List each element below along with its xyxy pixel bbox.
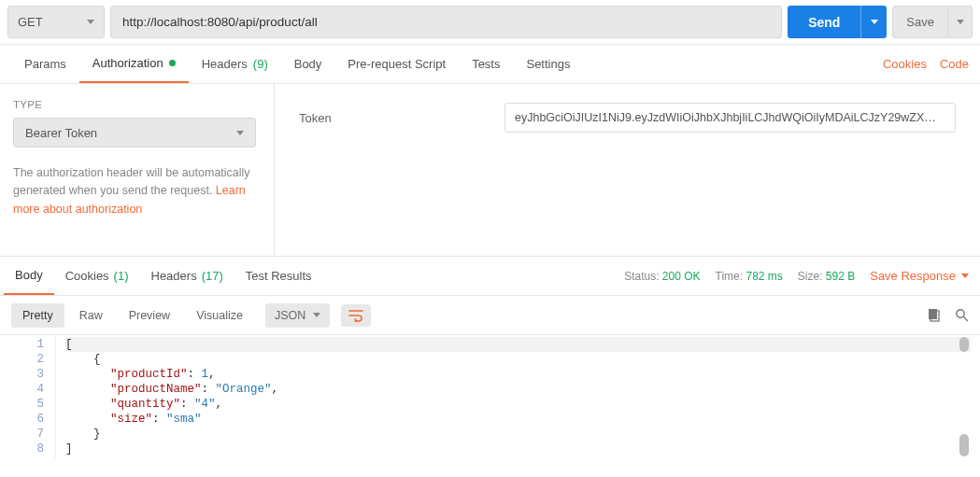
tab-params[interactable]: Params	[11, 45, 79, 83]
wrap-lines-button[interactable]	[341, 304, 371, 327]
code-token: }	[65, 428, 101, 441]
time-value: 782 ms	[746, 270, 782, 283]
tab-authorization-label: Authorization	[92, 56, 163, 70]
size-label: Size:	[798, 270, 823, 283]
auth-help-text: The authorization header will be automat…	[13, 164, 261, 218]
time-label: Time:	[716, 270, 744, 283]
tab-params-label: Params	[24, 57, 66, 71]
save-response-label: Save Response	[870, 269, 956, 283]
line-number: 4	[0, 382, 44, 397]
tab-response-cookies[interactable]: Cookies (1)	[54, 257, 140, 295]
code-token: {	[65, 353, 101, 366]
line-number: 8	[0, 442, 44, 456]
response-body-viewer: 1 2 3 4 5 6 7 8 [ { "productId": 1, "pro…	[0, 335, 980, 458]
chevron-down-icon	[871, 20, 878, 24]
chevron-down-icon	[87, 20, 94, 24]
auth-active-dot-icon	[169, 60, 176, 66]
line-number: 1	[0, 337, 44, 352]
send-dropdown[interactable]	[860, 6, 887, 38]
auth-fields-column: Token	[275, 84, 980, 256]
code-token: "quantity"	[110, 398, 180, 411]
wrap-icon	[348, 309, 363, 322]
token-input[interactable]	[504, 103, 956, 133]
code-token: "size"	[110, 413, 152, 426]
code-token: [	[65, 338, 73, 351]
http-method-select[interactable]: GET	[7, 6, 105, 38]
view-raw-button[interactable]: Raw	[68, 303, 114, 328]
url-input[interactable]	[110, 6, 782, 38]
chevron-down-icon	[957, 20, 964, 24]
chevron-down-icon	[236, 131, 244, 135]
svg-line-3	[963, 316, 968, 321]
response-format-bar: Pretty Raw Preview Visualize JSON	[0, 296, 980, 335]
authorization-panel: TYPE Bearer Token The authorization head…	[0, 84, 980, 257]
tab-test-results-label: Test Results	[246, 269, 312, 283]
token-label: Token	[299, 111, 486, 125]
tab-pre-request[interactable]: Pre-request Script	[334, 45, 459, 83]
code-token: "sma"	[166, 413, 202, 426]
request-tabs: Params Authorization Headers (9) Body Pr…	[0, 45, 980, 84]
view-preview-button[interactable]: Preview	[118, 303, 181, 328]
line-number: 6	[0, 412, 44, 427]
svg-point-2	[957, 310, 964, 317]
code-token: "4"	[194, 398, 216, 411]
response-tabs: Body Cookies (1) Headers (17) Test Resul…	[0, 257, 980, 296]
copy-icon	[928, 308, 942, 322]
send-button[interactable]: Send	[788, 6, 860, 38]
tab-settings[interactable]: Settings	[513, 45, 583, 83]
status-label: Status:	[624, 270, 659, 283]
search-icon	[955, 308, 969, 322]
tab-response-cookies-count: (1)	[114, 269, 129, 283]
tab-headers-count: (9)	[253, 57, 268, 71]
code-token: "productName"	[110, 383, 202, 396]
auth-type-value: Bearer Token	[25, 126, 97, 140]
tab-body[interactable]: Body	[281, 45, 335, 83]
tab-tests-label: Tests	[472, 57, 500, 71]
copy-response-button[interactable]	[928, 308, 942, 322]
code-token: "Orange"	[216, 383, 272, 396]
scrollbar-thumb[interactable]	[959, 434, 969, 456]
code-token: "productId"	[110, 368, 188, 381]
save-button[interactable]: Save	[892, 6, 948, 38]
http-method-value: GET	[18, 15, 43, 29]
scrollbar-thumb[interactable]	[959, 337, 969, 352]
chevron-down-icon	[313, 313, 320, 317]
auth-type-heading: TYPE	[13, 99, 261, 110]
tab-authorization[interactable]: Authorization	[79, 45, 189, 83]
tab-response-headers-count: (17)	[202, 269, 223, 283]
chevron-down-icon	[961, 274, 969, 278]
tab-response-body-label: Body	[15, 268, 43, 282]
response-language-select[interactable]: JSON	[265, 303, 330, 328]
status-value: 200 OK	[662, 270, 701, 283]
code-token: ]	[65, 442, 73, 456]
line-number: 5	[0, 397, 44, 412]
request-bar: GET Send Save	[0, 0, 980, 45]
search-response-button[interactable]	[955, 308, 969, 322]
tab-response-cookies-label: Cookies	[65, 269, 109, 283]
code-link[interactable]: Code	[940, 57, 969, 71]
save-response-button[interactable]: Save Response	[870, 269, 969, 283]
tab-pre-request-label: Pre-request Script	[348, 57, 446, 71]
svg-rect-1	[929, 309, 937, 319]
view-pretty-button[interactable]: Pretty	[11, 303, 64, 328]
cookies-link[interactable]: Cookies	[883, 57, 927, 71]
view-visualize-button[interactable]: Visualize	[185, 303, 254, 328]
line-number-gutter: 1 2 3 4 5 6 7 8	[0, 335, 56, 458]
save-button-group: Save	[892, 6, 973, 38]
response-language-value: JSON	[275, 309, 305, 322]
auth-type-select[interactable]: Bearer Token	[13, 118, 256, 147]
line-number: 7	[0, 427, 44, 442]
tab-headers-label: Headers	[202, 57, 248, 71]
line-number: 2	[0, 352, 44, 367]
response-body-code[interactable]: [ { "productId": 1, "productName": "Oran…	[56, 335, 980, 458]
tab-body-label: Body	[294, 57, 322, 71]
tab-response-body[interactable]: Body	[4, 257, 54, 295]
tab-headers[interactable]: Headers (9)	[189, 45, 281, 83]
save-dropdown[interactable]	[948, 6, 973, 38]
tab-tests[interactable]: Tests	[459, 45, 513, 83]
tab-response-headers-label: Headers	[151, 269, 197, 283]
tab-test-results[interactable]: Test Results	[234, 257, 323, 295]
size-value: 592 B	[826, 270, 855, 283]
tab-response-headers[interactable]: Headers (17)	[140, 257, 234, 295]
tab-settings-label: Settings	[526, 57, 570, 71]
